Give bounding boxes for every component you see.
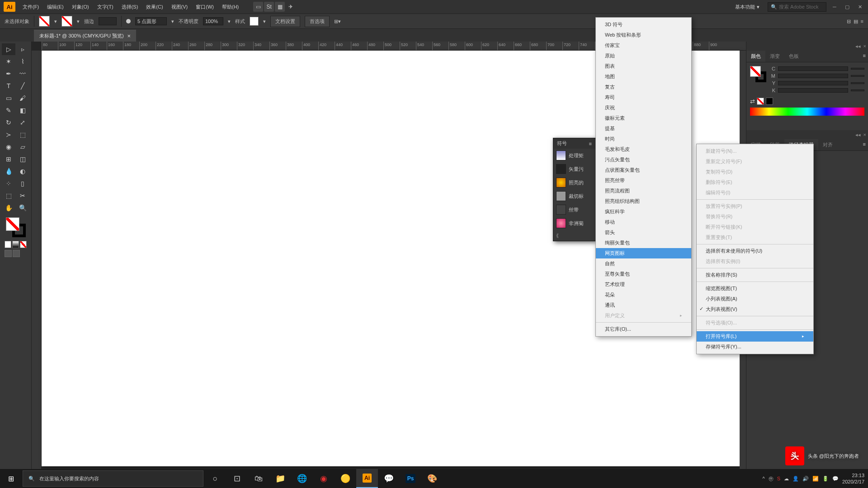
photoshop-icon[interactable]: Ps — [400, 469, 421, 488]
library-item[interactable]: 照亮丝带 — [596, 175, 691, 186]
tray-cloud-icon[interactable]: ☁ — [784, 476, 789, 482]
library-item[interactable]: 移动 — [596, 217, 691, 227]
taskbar-clock[interactable]: 23:13 2020/2/17 — [842, 472, 864, 485]
symbols-panel-menu-icon[interactable]: ≡ — [589, 141, 592, 146]
menu-object[interactable]: 对象(O) — [68, 2, 93, 12]
document-tab[interactable]: 未标题-1* @ 300% (CMYK/GPU 预览) × — [34, 30, 136, 42]
collapse-icon-2[interactable]: ◂◂ — [855, 132, 861, 138]
tab-color[interactable]: 颜色 — [746, 51, 765, 62]
brush-input[interactable] — [135, 17, 167, 25]
library-item[interactable]: 通讯 — [596, 300, 691, 310]
maximize-button[interactable]: ▢ — [843, 3, 852, 10]
optbar-icon-2[interactable]: ▤ — [854, 19, 858, 24]
direct-select-tool[interactable]: ▹ — [16, 43, 29, 55]
start-button[interactable]: ⊞ — [0, 469, 22, 488]
flyout-item[interactable]: 选择所有未使用的符号(U) — [697, 246, 813, 256]
zoom-tool[interactable]: 🔍 — [16, 202, 29, 214]
flyout-item[interactable]: 打开符号库(L) — [697, 331, 813, 342]
screen-mode-normal[interactable] — [5, 250, 12, 257]
flyout-item[interactable]: 存储符号库(Y)... — [697, 342, 813, 352]
tab-gradient[interactable]: 渐变 — [765, 51, 784, 62]
library-item[interactable]: 毛发和毛皮 — [596, 144, 691, 155]
close-panel-icon-2[interactable]: × — [863, 132, 866, 137]
line-tool[interactable]: ╱ — [16, 80, 29, 92]
doc-setup-button[interactable]: 文档设置 — [270, 16, 300, 27]
slice-tool[interactable]: ✂ — [16, 190, 29, 202]
style-swatch[interactable] — [250, 17, 259, 26]
library-item[interactable]: 疯狂科学 — [596, 206, 691, 217]
blend-tool[interactable]: ◐ — [16, 165, 29, 177]
pen-tool[interactable]: ✒ — [2, 68, 15, 80]
tray-volume-icon[interactable]: 🔊 — [802, 476, 809, 482]
symbol-item[interactable]: 矢量污 — [553, 162, 595, 176]
store-icon[interactable]: 🛍 — [248, 469, 269, 488]
browser-icon[interactable]: 🌐 — [291, 469, 313, 488]
library-item[interactable]: 原始 — [596, 51, 691, 61]
rotate-tool[interactable]: ↻ — [2, 117, 15, 128]
tray-battery-icon[interactable]: 🔋 — [822, 476, 829, 482]
flyout-item[interactable]: 缩览图视图(T) — [697, 283, 813, 294]
library-item[interactable]: 绚丽矢量包 — [596, 238, 691, 248]
task-view-icon[interactable]: ⊡ — [226, 469, 248, 488]
fill-stroke-control[interactable] — [6, 217, 26, 237]
library-item[interactable]: 地图 — [596, 71, 691, 82]
optbar-icon-3[interactable]: ≡ — [861, 19, 863, 24]
library-item[interactable]: 图表 — [596, 61, 691, 71]
taskbar-search[interactable]: 🔍 在这里输入你要搜索的内容 — [23, 470, 203, 487]
m-value[interactable] — [851, 75, 864, 77]
ruler-vertical[interactable] — [32, 51, 42, 478]
collapse-icon[interactable]: ◂◂ — [855, 43, 861, 49]
tray-people-icon[interactable]: 👤 — [793, 476, 799, 482]
symbol-spray-tool[interactable]: ⁘ — [2, 178, 15, 189]
tray-input-icon[interactable]: S — [777, 476, 780, 481]
align-icon[interactable]: ⊞▾ — [334, 19, 341, 24]
library-item[interactable]: 复古 — [596, 82, 691, 92]
music-icon[interactable]: ◉ — [313, 469, 335, 488]
library-item[interactable]: 提基 — [596, 123, 691, 134]
panel-menu-icon-2[interactable]: ≡ — [861, 139, 868, 150]
close-tab-icon[interactable]: × — [127, 33, 131, 39]
c-value[interactable] — [851, 68, 864, 70]
type-tool[interactable]: T — [2, 80, 15, 92]
search-stock[interactable]: 🔍搜索 Adobe Stock — [768, 2, 826, 12]
stroke-weight-input[interactable] — [99, 17, 117, 25]
y-slider[interactable] — [778, 81, 848, 85]
menu-edit[interactable]: 编辑(E) — [43, 2, 67, 12]
library-item[interactable]: 3D 符号 — [596, 19, 691, 30]
perspective-tool[interactable]: ▱ — [16, 141, 29, 153]
library-item[interactable]: 网页图标 — [596, 248, 691, 258]
minimize-button[interactable]: ─ — [830, 3, 839, 10]
gpu-icon[interactable]: ✈ — [286, 2, 296, 12]
tray-network-icon[interactable]: 📶 — [812, 476, 819, 482]
free-transform-tool[interactable]: ⬚ — [16, 129, 29, 141]
library-item[interactable]: 寿司 — [596, 92, 691, 103]
library-item[interactable]: 徽标元素 — [596, 113, 691, 123]
library-item[interactable]: 自然 — [596, 258, 691, 269]
library-item[interactable]: 花朵 — [596, 290, 691, 300]
fill-color[interactable] — [6, 217, 19, 231]
arrange-docs-icon[interactable]: ▦ — [275, 2, 285, 12]
k-value[interactable] — [851, 89, 864, 91]
menubar-icon-2[interactable]: St — [264, 2, 274, 12]
shaper-tool[interactable]: ✎ — [2, 104, 15, 116]
tray-action-icon[interactable]: 💬 — [832, 476, 839, 482]
eraser-tool[interactable]: ◧ — [16, 104, 29, 116]
paint-icon[interactable]: 🎨 — [421, 469, 443, 488]
tab-align[interactable]: 对齐 — [818, 139, 837, 150]
color-mode-none[interactable] — [20, 241, 27, 248]
fill-swatch[interactable] — [39, 16, 50, 27]
menu-view[interactable]: 视图(V) — [168, 2, 192, 12]
app-icon[interactable]: 🟡 — [335, 469, 356, 488]
symbol-item[interactable]: 丝带 — [553, 203, 595, 216]
flyout-item[interactable]: 大列表视图(V) — [697, 304, 813, 314]
library-item[interactable]: Web 按钮和条形 — [596, 30, 691, 40]
library-item[interactable]: 庆祝 — [596, 103, 691, 113]
c-slider[interactable] — [778, 66, 848, 71]
rectangle-tool[interactable]: ▭ — [2, 92, 15, 104]
color-spectrum[interactable] — [750, 108, 864, 116]
explorer-icon[interactable]: 📁 — [269, 469, 291, 488]
flyout-item[interactable]: 小列表视图(A) — [697, 294, 813, 304]
color-mode-solid[interactable] — [5, 241, 11, 248]
mesh-tool[interactable]: ⊞ — [2, 153, 15, 165]
k-slider[interactable] — [778, 88, 848, 93]
